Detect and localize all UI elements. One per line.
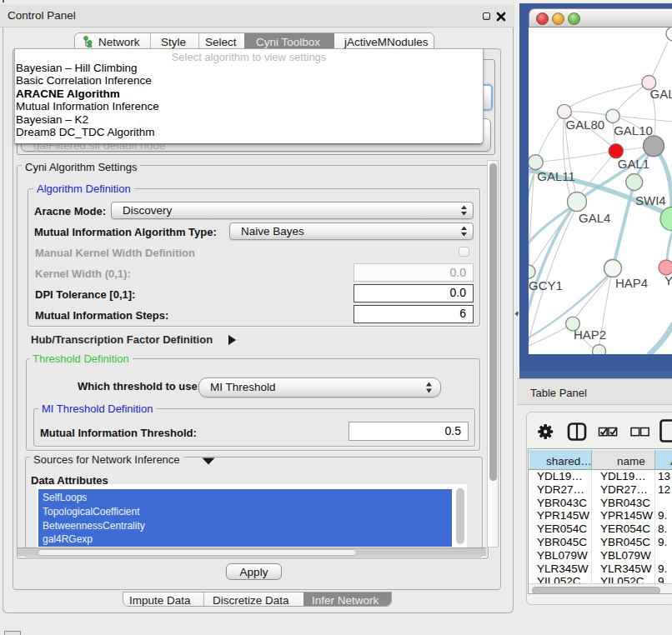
svg-text:GAL11: GAL11 [537,169,575,183]
svg-text:GAL1: GAL1 [618,157,649,171]
svg-text:YJ: YJ [664,273,672,288]
svg-text:GCY1: GCY1 [529,278,563,292]
svg-text:HAP4: HAP4 [615,276,648,290]
svg-text:SWI4: SWI4 [635,193,666,208]
svg-text:GAL2: GAL2 [650,87,672,101]
svg-text:GAL80: GAL80 [566,118,605,132]
svg-text:HAP2: HAP2 [574,328,606,342]
svg-text:GAL10: GAL10 [614,123,653,138]
svg-text:GAL4: GAL4 [579,211,610,225]
